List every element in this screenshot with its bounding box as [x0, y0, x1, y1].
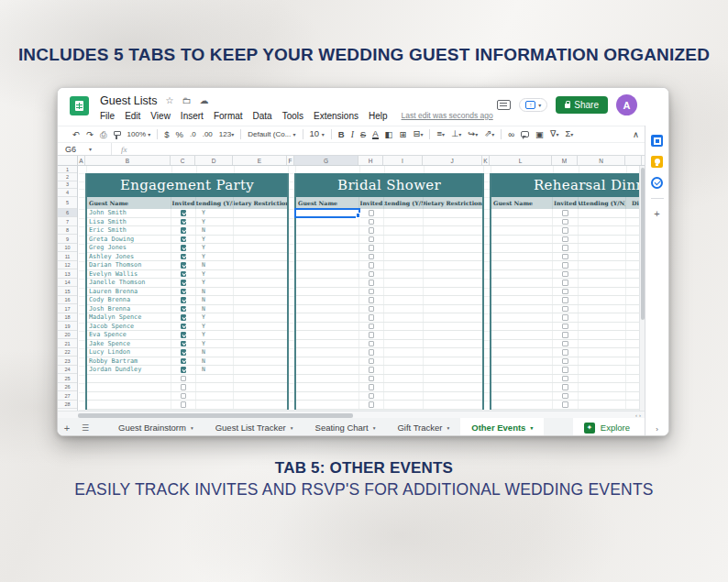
- dietary-cell[interactable]: [234, 218, 288, 226]
- column-header-E[interactable]: E: [233, 156, 287, 165]
- row-header-12[interactable]: 12: [58, 261, 77, 270]
- dietary-cell[interactable]: [234, 392, 288, 401]
- table-row[interactable]: [295, 357, 483, 367]
- borders-icon[interactable]: ⊞: [400, 129, 407, 140]
- attending-cell[interactable]: [384, 357, 424, 366]
- attending-cell[interactable]: [579, 226, 626, 235]
- all-sheets-button[interactable]: ☰: [76, 418, 94, 436]
- attending-cell[interactable]: [384, 401, 424, 409]
- calendar-icon[interactable]: [651, 135, 663, 147]
- guest-name-cell[interactable]: Lauren Brenna: [86, 288, 171, 296]
- invited-cell[interactable]: [553, 270, 579, 279]
- attending-cell[interactable]: [384, 392, 424, 401]
- attending-cell[interactable]: [196, 401, 234, 409]
- table-row[interactable]: [295, 313, 483, 323]
- attending-cell[interactable]: [579, 313, 626, 322]
- hide-panel-icon[interactable]: ›: [645, 425, 668, 434]
- attending-cell[interactable]: [579, 253, 626, 261]
- invited-checkbox[interactable]: [562, 401, 568, 408]
- dietary-cell[interactable]: [234, 209, 288, 217]
- attending-cell[interactable]: N: [196, 348, 234, 357]
- invited-checkbox[interactable]: [562, 262, 568, 269]
- invited-cell[interactable]: [553, 357, 579, 366]
- attending-cell[interactable]: [579, 218, 626, 226]
- invited-cell[interactable]: [553, 209, 579, 217]
- invited-cell[interactable]: [553, 226, 579, 235]
- undo-icon[interactable]: ↶: [72, 129, 80, 140]
- attending-cell[interactable]: N: [196, 261, 234, 269]
- invited-checkbox[interactable]: [181, 280, 187, 286]
- invited-cell[interactable]: [171, 218, 196, 226]
- guest-name-cell[interactable]: Cody Brenna: [86, 296, 171, 304]
- invited-cell[interactable]: [553, 313, 579, 322]
- increase-decimal-icon[interactable]: .00: [203, 129, 213, 140]
- dietary-cell[interactable]: [234, 226, 288, 235]
- table-row[interactable]: [295, 288, 483, 297]
- column-header-F[interactable]: F: [287, 156, 294, 165]
- invited-cell[interactable]: [171, 392, 196, 401]
- guest-name-cell[interactable]: [295, 313, 359, 322]
- invited-checkbox[interactable]: [181, 219, 187, 225]
- attending-cell[interactable]: Y: [196, 236, 234, 244]
- row-header-17[interactable]: 17: [58, 304, 77, 313]
- guest-name-cell[interactable]: Eric Smith: [86, 226, 171, 235]
- invited-checkbox[interactable]: [181, 401, 187, 408]
- table-row[interactable]: [295, 244, 483, 253]
- invited-checkbox[interactable]: [562, 393, 568, 400]
- invited-checkbox[interactable]: [369, 367, 375, 373]
- table-row[interactable]: [295, 401, 483, 410]
- guest-name-cell[interactable]: [295, 261, 359, 269]
- invited-cell[interactable]: [553, 340, 579, 348]
- row-header-18[interactable]: 18: [58, 313, 77, 323]
- invited-checkbox[interactable]: [562, 367, 568, 373]
- invited-cell[interactable]: [359, 261, 384, 269]
- column-header-H[interactable]: H: [358, 156, 383, 165]
- select-all-corner[interactable]: [58, 156, 78, 165]
- insert-link-icon[interactable]: ∞: [508, 129, 514, 140]
- sheet-tab-seating-chart[interactable]: Seating Chart▾: [304, 418, 387, 436]
- dietary-cell[interactable]: [424, 244, 483, 252]
- guest-name-cell[interactable]: [295, 296, 359, 304]
- table-row[interactable]: [491, 401, 645, 410]
- invited-cell[interactable]: [359, 366, 384, 374]
- guest-name-cell[interactable]: [491, 313, 553, 322]
- attending-cell[interactable]: [384, 226, 424, 235]
- zoom-select[interactable]: 100% ▾: [127, 129, 151, 140]
- invited-checkbox[interactable]: [369, 384, 375, 390]
- invited-cell[interactable]: [359, 253, 384, 261]
- invited-checkbox[interactable]: [369, 280, 375, 286]
- table-row[interactable]: [295, 383, 483, 392]
- guest-name-cell[interactable]: [295, 279, 359, 287]
- attending-cell[interactable]: N: [196, 226, 234, 235]
- invited-checkbox[interactable]: [369, 297, 375, 303]
- guest-name-cell[interactable]: [295, 375, 359, 383]
- attending-cell[interactable]: Y: [196, 340, 234, 348]
- menu-view[interactable]: View: [150, 111, 171, 121]
- attending-cell[interactable]: [196, 383, 234, 391]
- guest-name-cell[interactable]: [491, 340, 553, 348]
- horizontal-align-icon[interactable]: ≡▾: [436, 128, 445, 140]
- invited-checkbox[interactable]: [369, 324, 375, 330]
- attending-cell[interactable]: N: [196, 288, 234, 296]
- guest-name-cell[interactable]: Ashley Jones: [86, 253, 171, 261]
- row-header-20[interactable]: 20: [58, 331, 77, 340]
- row-header-1[interactable]: 1: [58, 166, 77, 173]
- row-header-24[interactable]: 24: [58, 366, 77, 375]
- row-header-7[interactable]: 7: [58, 217, 77, 226]
- menu-data[interactable]: Data: [253, 111, 272, 121]
- percent-format-icon[interactable]: %: [176, 129, 183, 140]
- invited-checkbox[interactable]: [369, 210, 375, 216]
- invited-cell[interactable]: [171, 296, 196, 304]
- invited-cell[interactable]: [359, 357, 384, 366]
- invited-cell[interactable]: [553, 279, 579, 287]
- attending-cell[interactable]: [579, 323, 626, 331]
- invited-cell[interactable]: [171, 305, 196, 313]
- invited-cell[interactable]: [359, 313, 384, 322]
- column-header-G[interactable]: G: [294, 156, 358, 165]
- invited-checkbox[interactable]: [369, 393, 375, 400]
- invited-cell[interactable]: [171, 209, 196, 217]
- attending-cell[interactable]: [579, 279, 626, 287]
- guest-name-cell[interactable]: Eva Spence: [86, 331, 171, 339]
- table-row[interactable]: [491, 244, 645, 253]
- row-header-5[interactable]: 5: [58, 197, 77, 209]
